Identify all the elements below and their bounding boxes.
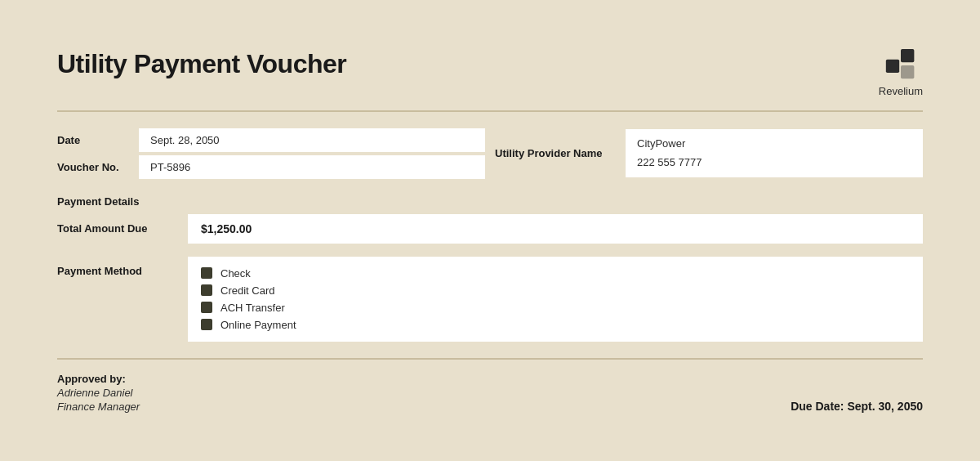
amount-value: $1,250.00 xyxy=(188,214,923,244)
svg-rect-2 xyxy=(901,65,914,78)
date-row: Date Sept. 28, 2050 xyxy=(57,128,485,152)
right-info-col: Utility Provider Name CityPower 222 555 … xyxy=(495,128,923,179)
date-label: Date xyxy=(57,134,139,146)
method-online: Online Payment xyxy=(220,319,296,331)
payment-method-box: Check Credit Card ACH Transfer Online Pa… xyxy=(188,257,923,342)
list-item: Online Payment xyxy=(201,316,910,333)
list-item: Check xyxy=(201,265,910,282)
payment-method-label: Payment Method xyxy=(57,257,188,277)
page-title: Utility Payment Voucher xyxy=(57,49,346,79)
voucher-value: PT-5896 xyxy=(139,155,485,179)
voucher-row: Voucher No. PT-5896 xyxy=(57,155,485,179)
checkbox-credit-icon xyxy=(201,284,212,296)
list-item: Credit Card xyxy=(201,282,910,299)
provider-label: Utility Provider Name xyxy=(495,147,626,159)
list-item: ACH Transfer xyxy=(201,299,910,316)
due-date: Due Date: Sept. 30, 2050 xyxy=(791,400,923,413)
payment-method-row: Payment Method Check Credit Card ACH Tra… xyxy=(57,257,923,342)
approved-title: Finance Manager xyxy=(57,401,140,413)
contact-value: 222 555 7777 xyxy=(637,154,911,172)
approved-by-section: Approved by: Adrienne Daniel Finance Man… xyxy=(57,373,140,413)
voucher-header: Utility Payment Voucher Revelium xyxy=(57,49,923,112)
checkbox-online-icon xyxy=(201,319,212,330)
method-check: Check xyxy=(220,267,251,280)
revelium-logo-icon xyxy=(884,49,917,82)
amount-row: Total Amount Due $1,250.00 xyxy=(57,214,923,244)
logo-name: Revelium xyxy=(879,85,923,97)
payment-details-section: Payment Details Total Amount Due $1,250.… xyxy=(57,195,923,342)
voucher-container: Utility Payment Voucher Revelium Date Se… xyxy=(24,25,956,437)
checkbox-check-icon xyxy=(201,267,212,279)
info-section: Date Sept. 28, 2050 Voucher No. PT-5896 … xyxy=(57,128,923,179)
checkbox-ach-icon xyxy=(201,302,212,313)
logo-area: Revelium xyxy=(879,49,923,97)
approved-label: Approved by: xyxy=(57,373,140,385)
left-info-col: Date Sept. 28, 2050 Voucher No. PT-5896 xyxy=(57,128,485,179)
provider-value: CityPower xyxy=(637,135,911,153)
provider-contact-box: CityPower 222 555 7777 xyxy=(626,129,923,177)
svg-rect-0 xyxy=(886,59,899,72)
approved-name: Adrienne Daniel xyxy=(57,387,140,399)
amount-label: Total Amount Due xyxy=(57,214,188,244)
method-credit: Credit Card xyxy=(220,284,274,297)
payment-details-title: Payment Details xyxy=(57,195,923,208)
voucher-label: Voucher No. xyxy=(57,161,139,173)
method-ach: ACH Transfer xyxy=(220,302,285,314)
date-value: Sept. 28, 2050 xyxy=(139,128,485,152)
voucher-footer: Approved by: Adrienne Daniel Finance Man… xyxy=(57,358,923,413)
svg-rect-1 xyxy=(901,49,914,62)
